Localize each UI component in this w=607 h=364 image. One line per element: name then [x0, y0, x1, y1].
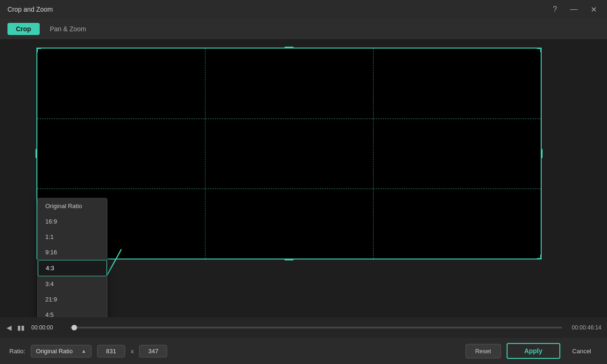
menu-item-3-4[interactable]: 3:4: [38, 276, 107, 292]
ratio-select-button[interactable]: Original Ratio ▲: [31, 345, 92, 357]
cancel-button[interactable]: Cancel: [566, 344, 598, 358]
tab-crop[interactable]: Crop: [7, 23, 40, 35]
height-input[interactable]: [139, 345, 167, 357]
play-back-button[interactable]: ◀: [6, 323, 13, 332]
time-total: 00:00:46:14: [568, 324, 601, 331]
handle-top-mid[interactable]: [284, 47, 294, 49]
ratio-dropdown-menu: Original Ratio 16:9 1:1 9:16 4:3 3:4 21:…: [37, 198, 107, 317]
ratio-selected-value: Original Ratio: [36, 348, 73, 355]
timeline-track[interactable]: [71, 327, 562, 329]
ratio-label: Ratio:: [9, 348, 25, 355]
grid-line-v2: [373, 49, 374, 259]
timeline-controls: ◀ ▮▮: [6, 323, 26, 332]
title-bar-controls: ? — ✕: [550, 4, 600, 15]
close-button[interactable]: ✕: [588, 4, 600, 15]
chevron-up-icon: ▲: [81, 348, 86, 354]
dialog-title: Crop and Zoom: [7, 6, 550, 13]
crop-canvas[interactable]: [36, 48, 542, 259]
canvas-area: Original Ratio 16:9 1:1 9:16 4:3 3:4 21:…: [0, 39, 607, 317]
apply-button[interactable]: Apply: [507, 343, 560, 359]
handle-top-right[interactable]: [537, 48, 542, 52]
reset-button[interactable]: Reset: [466, 344, 501, 358]
grid-line-h1: [37, 119, 541, 119]
menu-item-4-3[interactable]: 4:3: [38, 260, 107, 276]
handle-top-left[interactable]: [36, 48, 41, 52]
menu-item-4-5[interactable]: 4:5: [38, 307, 107, 317]
size-separator: x: [131, 348, 134, 355]
menu-item-1-1[interactable]: 1:1: [38, 229, 107, 245]
handle-mid-right[interactable]: [541, 149, 543, 158]
timeline-bar: ◀ ▮▮ 00:00:00 00:00:46:14: [0, 317, 607, 338]
crop-border: [36, 48, 542, 259]
title-bar: Crop and Zoom ? — ✕: [0, 0, 607, 19]
grid-line-h2: [37, 189, 541, 189]
tab-pan-zoom[interactable]: Pan & Zoom: [43, 23, 93, 35]
timeline-thumb[interactable]: [71, 325, 77, 330]
pause-button[interactable]: ▮▮: [16, 323, 26, 332]
handle-mid-left[interactable]: [35, 149, 37, 158]
menu-item-original-ratio[interactable]: Original Ratio: [38, 198, 107, 214]
handle-bottom-mid[interactable]: [284, 259, 294, 260]
menu-item-9-16[interactable]: 9:16: [38, 245, 107, 260]
minimize-button[interactable]: —: [567, 4, 580, 14]
grid-line-v1: [205, 49, 205, 259]
help-button[interactable]: ?: [550, 4, 560, 14]
menu-item-21-9[interactable]: 21:9: [38, 292, 107, 307]
bottom-bar: Ratio: Original Ratio ▲ x Reset Apply Ca…: [0, 338, 607, 364]
handle-bottom-right[interactable]: [537, 255, 542, 259]
tab-bar: Crop Pan & Zoom: [0, 19, 607, 39]
time-current: 00:00:00: [31, 324, 65, 331]
menu-item-16-9[interactable]: 16:9: [38, 214, 107, 229]
width-input[interactable]: [97, 345, 125, 357]
